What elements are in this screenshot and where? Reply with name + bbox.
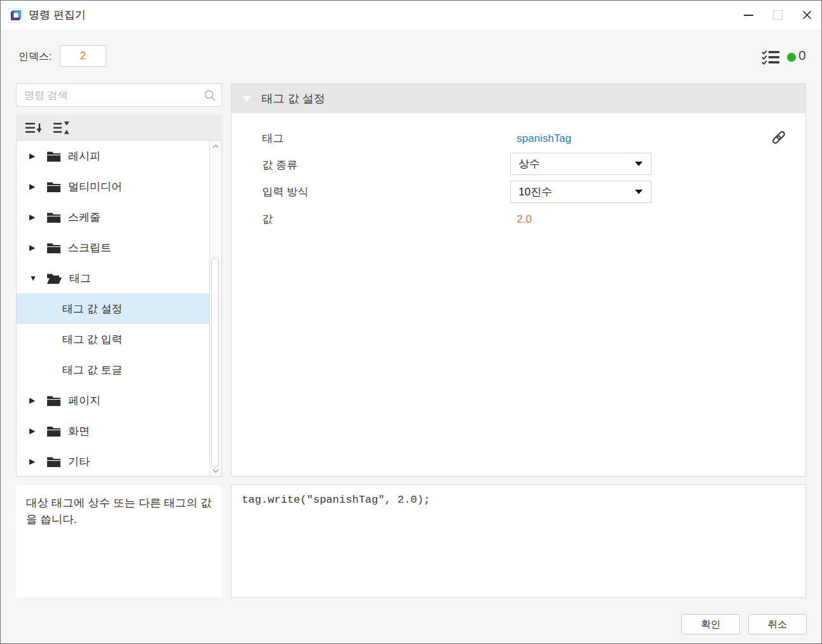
field-label-input-method: 입력 방식: [262, 181, 309, 204]
tree-item-script[interactable]: ▶ 스크립트: [17, 232, 210, 263]
index-input[interactable]: [60, 45, 106, 67]
search-icon: [204, 89, 216, 104]
chevron-down-icon: ▼: [29, 274, 38, 283]
tree-item-label: 스크립트: [68, 241, 111, 255]
section-collapse-icon[interactable]: [242, 96, 251, 102]
folder-icon: [47, 456, 60, 467]
scroll-down-button[interactable]: [210, 465, 221, 476]
folder-icon: [47, 212, 60, 223]
app-logo-icon: [8, 8, 24, 23]
tree-item-label: 멀티미디어: [68, 179, 122, 194]
chevron-right-icon: ▶: [29, 213, 38, 221]
chevron-right-icon: ▶: [29, 396, 38, 405]
collapse-all-icon: [25, 122, 44, 134]
scroll-down-icon: [212, 469, 219, 473]
scroll-up-button[interactable]: [210, 141, 221, 151]
tag-name-link[interactable]: spanishTag: [517, 127, 571, 150]
tag-link-button[interactable]: [770, 129, 788, 146]
tree-item-label: 태그 값 입력: [62, 332, 122, 347]
field-label-tag: 태그: [262, 127, 284, 150]
tree-item-tag-set-value[interactable]: 태그 값 설정: [17, 293, 210, 324]
tree-item-label: 레시피: [68, 149, 101, 164]
tree-toolbar: [16, 115, 222, 140]
folder-open-icon: [47, 273, 62, 284]
tree-item-label: 기타: [68, 454, 90, 469]
folder-icon: [47, 395, 60, 406]
chevron-right-icon: ▶: [29, 243, 38, 252]
dropdown-selected-value: 상수: [519, 157, 540, 171]
dropdown-arrow-icon: [635, 162, 643, 166]
minimize-button[interactable]: [734, 1, 763, 29]
tree-item-label: 태그 값 설정: [62, 302, 122, 316]
folder-icon: [47, 181, 60, 192]
checklist-button[interactable]: [762, 49, 781, 66]
folder-icon: [47, 426, 60, 437]
chevron-right-icon: ▶: [29, 426, 38, 435]
folder-icon: [47, 151, 60, 162]
status-count: 0: [798, 48, 806, 63]
tree-item-tag-toggle-value[interactable]: 태그 값 토글: [17, 354, 210, 385]
command-search: [16, 83, 222, 107]
close-button[interactable]: [792, 1, 821, 29]
folder-icon: [47, 242, 60, 253]
search-input[interactable]: [17, 84, 221, 106]
dropdown-selected-value: 10진수: [519, 185, 552, 199]
index-label: 인덱스:: [18, 50, 52, 64]
window-title: 명령 편집기: [29, 8, 86, 22]
chevron-right-icon: ▶: [29, 151, 38, 160]
close-icon: [802, 10, 812, 20]
tree-item-multimedia[interactable]: ▶ 멀티미디어: [17, 171, 210, 202]
command-editor-window: 명령 편집기 인덱스: 0: [0, 0, 822, 644]
tree-item-recipe[interactable]: ▶ 레시피: [17, 141, 210, 171]
status-dot: [787, 53, 796, 62]
code-text: tag.write("spanishTag", 2.0);: [232, 485, 805, 515]
scroll-up-icon: [212, 144, 219, 148]
link-icon: [770, 129, 788, 146]
maximize-button[interactable]: [763, 1, 792, 29]
tree-item-label: 태그: [69, 271, 91, 286]
value-field[interactable]: 2.0: [517, 208, 532, 231]
window-controls: [734, 1, 821, 29]
expand-collapse-button[interactable]: [53, 121, 72, 135]
collapse-all-button[interactable]: [25, 122, 44, 134]
tree-item-etc[interactable]: ▶ 기타: [17, 446, 210, 476]
titlebar: 명령 편집기: [1, 1, 821, 29]
dropdown-arrow-icon: [635, 190, 643, 194]
chevron-right-icon: ▶: [29, 182, 38, 191]
minimize-icon: [744, 15, 753, 16]
tree-item-schedule[interactable]: ▶ 스케줄: [17, 202, 210, 232]
expand-collapse-icon: [53, 121, 72, 135]
tree-item-label: 화면: [68, 424, 90, 438]
tree-item-screen[interactable]: ▶ 화면: [17, 416, 210, 446]
scrollbar-thumb[interactable]: [211, 258, 219, 468]
ok-button[interactable]: 확인: [681, 614, 740, 634]
command-settings-panel: 태그 값 설정 태그 값 종류 입력 방식 값 spanishTag 상수 10…: [231, 83, 806, 477]
chevron-right-icon: ▶: [29, 457, 38, 466]
tree-item-tag-input-value[interactable]: 태그 값 입력: [17, 324, 210, 354]
section-header: 태그 값 설정: [232, 84, 805, 113]
checklist-icon: [762, 49, 781, 66]
code-preview-panel: tag.write("spanishTag", 2.0);: [231, 484, 806, 598]
tree-item-label: 페이지: [68, 393, 101, 408]
tree-item-label: 태그 값 토글: [62, 363, 122, 377]
tree-scrollbar[interactable]: [209, 141, 221, 476]
tree-item-tag[interactable]: ▼ 태그: [17, 263, 210, 293]
field-label-value: 값: [262, 208, 273, 231]
maximize-icon: [773, 10, 783, 20]
tree-item-page[interactable]: ▶ 페이지: [17, 385, 210, 416]
cancel-button[interactable]: 취소: [748, 614, 807, 634]
value-type-dropdown[interactable]: 상수: [510, 153, 651, 175]
field-label-value-type: 값 종류: [262, 154, 298, 177]
section-title: 태그 값 설정: [261, 91, 325, 106]
tree-item-label: 스케줄: [68, 210, 101, 225]
tree-list: ▶ 레시피 ▶ 멀티미디어 ▶ 스케줄: [17, 141, 210, 476]
input-method-dropdown[interactable]: 10진수: [510, 181, 651, 203]
command-description: 대상 태그에 상수 또는 다른 태그의 값을 씁니다.: [16, 486, 222, 598]
command-tree: ▶ 레시피 ▶ 멀티미디어 ▶ 스케줄: [16, 140, 222, 477]
